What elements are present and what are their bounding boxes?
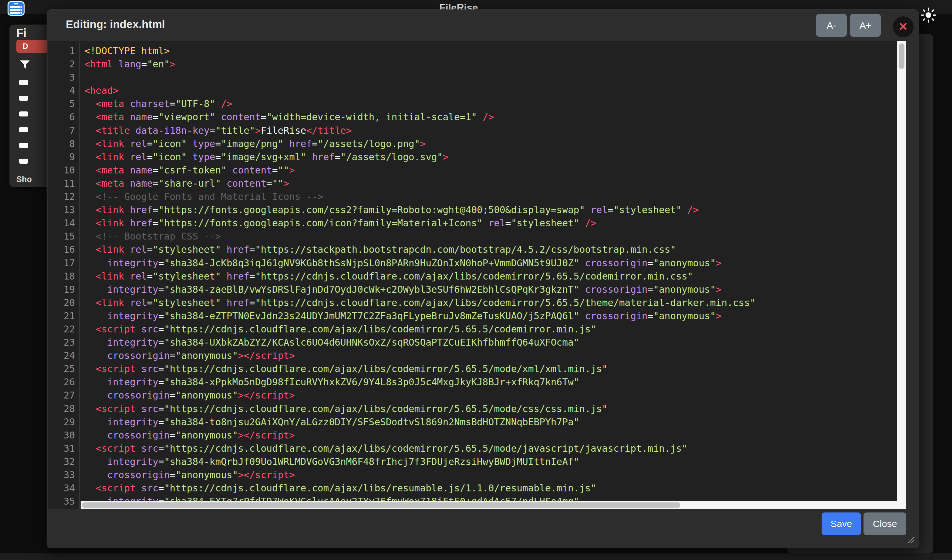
code-line-text: integrity="sha384-eZTPTN0EvJdn23s24UDYJm… bbox=[79, 309, 722, 322]
code-line[interactable]: 5 <meta charset="UTF-8" /> bbox=[48, 97, 906, 111]
save-button[interactable]: Save bbox=[822, 512, 861, 535]
code-editor[interactable]: 1<!DOCTYPE html>2<html lang="en">34<head… bbox=[48, 41, 906, 509]
filter-toggle[interactable] bbox=[19, 143, 28, 148]
logo-bar bbox=[10, 12, 22, 14]
code-line-text: integrity="sha384-kmQrbJf09Uo1WRLMDVGoVG… bbox=[79, 455, 579, 468]
code-line[interactable]: 24 crossorigin="anonymous"></script> bbox=[48, 349, 906, 362]
code-line[interactable]: 22 <script src="https://cdnjs.cloudflare… bbox=[48, 322, 906, 336]
code-line-text: <head> bbox=[79, 84, 118, 97]
font-decrease-button[interactable]: A- bbox=[816, 14, 847, 37]
code-line[interactable]: 27 crossorigin="anonymous"></script> bbox=[48, 389, 906, 402]
line-number: 32 bbox=[48, 455, 79, 468]
code-line[interactable]: 8 <link rel="icon" type="image/png" href… bbox=[48, 137, 906, 150]
resize-handle[interactable] bbox=[907, 536, 915, 545]
font-increase-button[interactable]: A+ bbox=[850, 14, 881, 37]
modal-close-x-button[interactable]: ✕ bbox=[893, 16, 913, 37]
code-line[interactable]: 32 integrity="sha384-kmQrbJf09Uo1WRLMDVG… bbox=[48, 455, 906, 468]
code-line[interactable]: 13 <link href="https://fonts.googleapis.… bbox=[48, 204, 906, 217]
code-line-text: <!-- Google Fonts and Material Icons --> bbox=[79, 190, 323, 204]
code-line-text: <meta name="share-url" content=""> bbox=[79, 177, 289, 190]
code-line-text: <meta charset="UTF-8" /> bbox=[79, 97, 232, 111]
line-number: 26 bbox=[48, 376, 79, 389]
code-line[interactable]: 30 crossorigin="anonymous"></script> bbox=[48, 429, 906, 442]
code-line[interactable]: 2<html lang="en"> bbox=[48, 58, 906, 71]
code-line[interactable]: 25 <script src="https://cdnjs.cloudflare… bbox=[48, 362, 906, 376]
code-line[interactable]: 26 integrity="sha384-xPpkMo5nDgD98fIcuRV… bbox=[48, 376, 906, 389]
code-line-text: <link rel="icon" type="image/svg+xml" hr… bbox=[79, 150, 448, 164]
line-number: 1 bbox=[48, 45, 79, 58]
filter-funnel-icon[interactable] bbox=[20, 60, 30, 71]
code-line-text: <!DOCTYPE html> bbox=[79, 45, 170, 58]
sidebar-show-label: Sho bbox=[16, 174, 32, 184]
code-line[interactable]: 34 <script src="https://cdnjs.cloudflare… bbox=[48, 481, 906, 495]
code-line-text: <script src="https://cdnjs.cloudflare.co… bbox=[79, 322, 597, 336]
close-button[interactable]: Close bbox=[864, 512, 906, 535]
code-line[interactable]: 33 crossorigin="anonymous"></script> bbox=[48, 468, 906, 481]
code-line[interactable]: 9 <link rel="icon" type="image/svg+xml" … bbox=[48, 150, 906, 164]
code-line[interactable]: 16 <link rel="stylesheet" href="https://… bbox=[48, 243, 906, 256]
code-line[interactable]: 23 integrity="sha384-UXbkZAbZYZ/KCAslc6U… bbox=[48, 336, 906, 349]
code-line[interactable]: 11 <meta name="share-url" content=""> bbox=[48, 177, 906, 190]
code-line[interactable]: 10 <meta name="csrf-token" content=""> bbox=[48, 164, 906, 177]
code-area[interactable]: 1<!DOCTYPE html>2<html lang="en">34<head… bbox=[48, 45, 906, 508]
code-line[interactable]: 29 integrity="sha384-to8njsu2GAiXQnY/aLG… bbox=[48, 415, 906, 429]
code-line-text bbox=[79, 71, 84, 84]
code-line-text: crossorigin="anonymous"></script> bbox=[79, 349, 295, 362]
code-line[interactable]: 14 <link href="https://fonts.googleapis.… bbox=[48, 217, 906, 230]
line-number: 10 bbox=[48, 164, 79, 177]
code-line[interactable]: 6 <meta name="viewport" content="width=d… bbox=[48, 111, 906, 124]
filter-toggle[interactable] bbox=[19, 80, 28, 85]
line-number: 29 bbox=[48, 415, 79, 429]
vertical-scrollbar[interactable] bbox=[897, 41, 906, 509]
code-line[interactable]: 28 <script src="https://cdnjs.cloudflare… bbox=[48, 402, 906, 415]
logo-led-dash bbox=[14, 3, 18, 5]
code-line[interactable]: 15 <!-- Bootstrap CSS --> bbox=[48, 230, 906, 243]
filter-toggle[interactable] bbox=[19, 127, 28, 132]
modal-title: Editing: index.html bbox=[66, 18, 165, 31]
line-number: 7 bbox=[48, 124, 79, 137]
line-number: 21 bbox=[48, 309, 79, 322]
line-number: 34 bbox=[48, 481, 79, 495]
line-number: 15 bbox=[48, 230, 79, 243]
code-line[interactable]: 18 <link rel="stylesheet" href="https://… bbox=[48, 270, 906, 283]
line-number: 2 bbox=[48, 58, 79, 71]
code-line[interactable]: 17 integrity="sha384-JcKb8q3iqJ61gNV9KGb… bbox=[48, 256, 906, 270]
filerise-logo-icon[interactable] bbox=[8, 1, 25, 16]
code-line-text: <script src="https://cdnjs.cloudflare.co… bbox=[79, 481, 597, 495]
code-line[interactable]: 7 <title data-i18n-key="title">FileRise<… bbox=[48, 124, 906, 137]
code-line-text: <link rel="icon" type="image/png" href="… bbox=[79, 137, 426, 150]
logo-bar bbox=[10, 6, 22, 8]
code-line-text: <script src="https://cdnjs.cloudflare.co… bbox=[79, 402, 608, 415]
filter-toggle[interactable] bbox=[19, 111, 28, 116]
horizontal-scrollbar[interactable] bbox=[80, 501, 897, 509]
horizontal-scrollbar-thumb[interactable] bbox=[82, 502, 680, 508]
line-number: 35 bbox=[48, 495, 79, 508]
edit-file-modal: Editing: index.html A- A+ ✕ 1<!DOCTYPE h… bbox=[46, 9, 919, 548]
vertical-scrollbar-thumb[interactable] bbox=[899, 43, 904, 69]
line-number: 27 bbox=[48, 389, 79, 402]
code-line-text: <link rel="stylesheet" href="https://cdn… bbox=[79, 296, 756, 309]
line-number: 16 bbox=[48, 243, 79, 256]
code-line[interactable]: 19 integrity="sha384-zaeBlB/vwYsDRSlFajn… bbox=[48, 283, 906, 296]
theme-toggle-sun-icon[interactable] bbox=[920, 7, 937, 25]
code-line[interactable]: 20 <link rel="stylesheet" href="https://… bbox=[48, 296, 906, 309]
code-line[interactable]: 12 <!-- Google Fonts and Material Icons … bbox=[48, 190, 906, 204]
code-line-text: <!-- Bootstrap CSS --> bbox=[79, 230, 221, 243]
code-line-text: <html lang="en"> bbox=[79, 58, 175, 71]
line-number: 24 bbox=[48, 349, 79, 362]
code-line[interactable]: 4<head> bbox=[48, 84, 906, 97]
code-line[interactable]: 31 <script src="https://cdnjs.cloudflare… bbox=[48, 442, 906, 455]
code-line-text: <link rel="stylesheet" href="https://sta… bbox=[79, 243, 676, 256]
filter-toggle[interactable] bbox=[19, 159, 28, 164]
code-line[interactable]: 1<!DOCTYPE html> bbox=[48, 45, 906, 58]
line-number: 23 bbox=[48, 336, 79, 349]
code-line[interactable]: 3 bbox=[48, 71, 906, 84]
line-number: 28 bbox=[48, 402, 79, 415]
line-number: 8 bbox=[48, 137, 79, 150]
code-line-text: crossorigin="anonymous"></script> bbox=[79, 389, 295, 402]
filter-toggle[interactable] bbox=[19, 96, 28, 101]
line-number: 20 bbox=[48, 296, 79, 309]
code-line[interactable]: 21 integrity="sha384-eZTPTN0EvJdn23s24UD… bbox=[48, 309, 906, 322]
code-line-text: <link href="https://fonts.googleapis.com… bbox=[79, 217, 597, 230]
sidebar-title: Fi bbox=[16, 26, 26, 40]
